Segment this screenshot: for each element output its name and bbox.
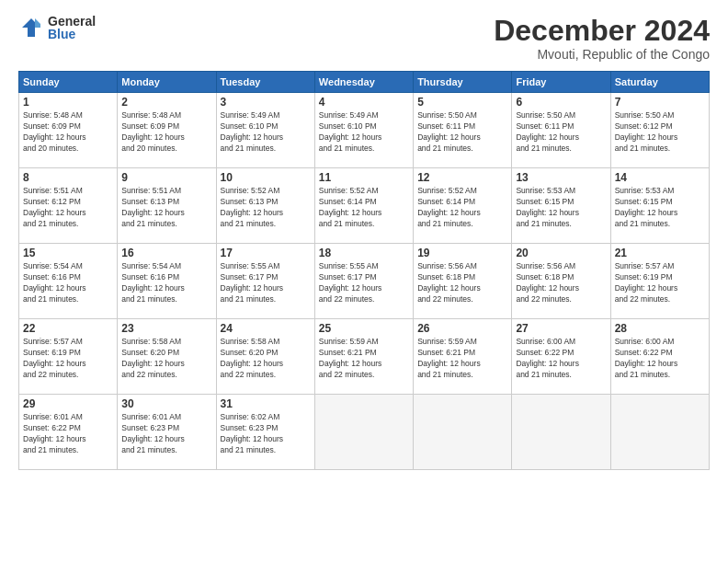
header-row: Sunday Monday Tuesday Wednesday Thursday… [19, 72, 710, 93]
calendar-cell: 31Sunrise: 6:02 AM Sunset: 6:23 PM Dayli… [216, 395, 314, 470]
calendar-cell [314, 395, 413, 470]
calendar-table: Sunday Monday Tuesday Wednesday Thursday… [18, 71, 710, 470]
calendar-cell: 16Sunrise: 5:54 AM Sunset: 6:16 PM Dayli… [118, 244, 216, 319]
header: General Blue December 2024 Mvouti, Repub… [18, 15, 710, 62]
day-info: Sunrise: 5:50 AM Sunset: 6:11 PM Dayligh… [417, 110, 507, 155]
day-number: 1 [23, 96, 113, 109]
col-monday: Monday [118, 72, 216, 93]
calendar-cell: 4Sunrise: 5:49 AM Sunset: 6:10 PM Daylig… [314, 93, 413, 168]
calendar-cell: 17Sunrise: 5:55 AM Sunset: 6:17 PM Dayli… [216, 244, 314, 319]
calendar-cell: 26Sunrise: 5:59 AM Sunset: 6:21 PM Dayli… [414, 319, 512, 395]
day-number: 12 [417, 171, 507, 184]
logo-blue-text: Blue [48, 28, 96, 40]
calendar-cell: 9Sunrise: 5:51 AM Sunset: 6:13 PM Daylig… [118, 168, 216, 244]
day-info: Sunrise: 6:01 AM Sunset: 6:22 PM Dayligh… [23, 412, 113, 456]
calendar-cell: 18Sunrise: 5:55 AM Sunset: 6:17 PM Dayli… [314, 244, 413, 319]
calendar-cell: 5Sunrise: 5:50 AM Sunset: 6:11 PM Daylig… [414, 93, 512, 168]
day-number: 5 [417, 96, 507, 109]
day-number: 18 [319, 247, 409, 259]
day-number: 8 [23, 171, 113, 184]
day-info: Sunrise: 5:57 AM Sunset: 6:19 PM Dayligh… [23, 337, 113, 381]
day-number: 10 [221, 171, 311, 184]
logo-general-text: General [48, 15, 96, 28]
calendar-cell: 12Sunrise: 5:52 AM Sunset: 6:14 PM Dayli… [414, 168, 512, 244]
day-number: 17 [221, 247, 311, 259]
page: General Blue December 2024 Mvouti, Repub… [0, 0, 728, 563]
calendar-cell: 30Sunrise: 6:01 AM Sunset: 6:23 PM Dayli… [118, 395, 216, 470]
calendar-cell: 13Sunrise: 5:53 AM Sunset: 6:15 PM Dayli… [512, 168, 610, 244]
day-number: 25 [319, 322, 409, 335]
day-info: Sunrise: 5:53 AM Sunset: 6:15 PM Dayligh… [615, 186, 705, 230]
calendar-cell [610, 395, 709, 470]
day-number: 27 [516, 322, 606, 335]
day-info: Sunrise: 6:00 AM Sunset: 6:22 PM Dayligh… [516, 337, 606, 381]
day-info: Sunrise: 6:02 AM Sunset: 6:23 PM Dayligh… [221, 412, 311, 456]
day-number: 23 [121, 322, 211, 335]
day-info: Sunrise: 5:50 AM Sunset: 6:11 PM Dayligh… [516, 110, 606, 155]
calendar-cell: 20Sunrise: 5:56 AM Sunset: 6:18 PM Dayli… [512, 244, 610, 319]
day-number: 14 [615, 171, 705, 184]
calendar-cell: 10Sunrise: 5:52 AM Sunset: 6:13 PM Dayli… [216, 168, 314, 244]
calendar-cell: 2Sunrise: 5:48 AM Sunset: 6:09 PM Daylig… [118, 93, 216, 168]
day-number: 3 [221, 96, 311, 109]
col-friday: Friday [512, 72, 610, 93]
calendar-cell: 11Sunrise: 5:52 AM Sunset: 6:14 PM Dayli… [314, 168, 413, 244]
day-info: Sunrise: 5:58 AM Sunset: 6:20 PM Dayligh… [121, 337, 211, 381]
table-row: 1Sunrise: 5:48 AM Sunset: 6:09 PM Daylig… [19, 93, 710, 168]
calendar-cell: 6Sunrise: 5:50 AM Sunset: 6:11 PM Daylig… [512, 93, 610, 168]
day-info: Sunrise: 5:54 AM Sunset: 6:16 PM Dayligh… [121, 261, 211, 305]
calendar-cell: 27Sunrise: 6:00 AM Sunset: 6:22 PM Dayli… [512, 319, 610, 395]
day-info: Sunrise: 5:55 AM Sunset: 6:17 PM Dayligh… [319, 261, 409, 305]
calendar-cell: 23Sunrise: 5:58 AM Sunset: 6:20 PM Dayli… [118, 319, 216, 395]
day-info: Sunrise: 5:52 AM Sunset: 6:14 PM Dayligh… [319, 186, 409, 230]
day-info: Sunrise: 5:54 AM Sunset: 6:16 PM Dayligh… [23, 261, 113, 305]
title-block: December 2024 Mvouti, Republic of the Co… [494, 15, 710, 62]
day-number: 28 [615, 322, 705, 335]
day-info: Sunrise: 5:49 AM Sunset: 6:10 PM Dayligh… [319, 110, 409, 155]
day-info: Sunrise: 5:59 AM Sunset: 6:21 PM Dayligh… [417, 337, 507, 381]
calendar-cell: 15Sunrise: 5:54 AM Sunset: 6:16 PM Dayli… [19, 244, 118, 319]
logo-icon [18, 15, 44, 40]
day-number: 2 [121, 96, 211, 109]
day-info: Sunrise: 5:48 AM Sunset: 6:09 PM Dayligh… [121, 110, 211, 155]
day-info: Sunrise: 5:51 AM Sunset: 6:13 PM Dayligh… [121, 186, 211, 230]
calendar-cell: 1Sunrise: 5:48 AM Sunset: 6:09 PM Daylig… [19, 93, 118, 168]
day-info: Sunrise: 5:49 AM Sunset: 6:10 PM Dayligh… [221, 110, 311, 155]
calendar-cell: 24Sunrise: 5:58 AM Sunset: 6:20 PM Dayli… [216, 319, 314, 395]
calendar-cell [414, 395, 512, 470]
day-info: Sunrise: 5:51 AM Sunset: 6:12 PM Dayligh… [23, 186, 113, 230]
day-info: Sunrise: 5:58 AM Sunset: 6:20 PM Dayligh… [221, 337, 311, 381]
calendar-cell: 7Sunrise: 5:50 AM Sunset: 6:12 PM Daylig… [610, 93, 709, 168]
table-row: 15Sunrise: 5:54 AM Sunset: 6:16 PM Dayli… [19, 244, 710, 319]
day-number: 20 [516, 247, 606, 259]
table-row: 8Sunrise: 5:51 AM Sunset: 6:12 PM Daylig… [19, 168, 710, 244]
day-info: Sunrise: 5:53 AM Sunset: 6:15 PM Dayligh… [516, 186, 606, 230]
calendar-cell [512, 395, 610, 470]
day-number: 7 [615, 96, 705, 109]
calendar-cell: 25Sunrise: 5:59 AM Sunset: 6:21 PM Dayli… [314, 319, 413, 395]
day-info: Sunrise: 5:50 AM Sunset: 6:12 PM Dayligh… [615, 110, 705, 155]
calendar-cell: 29Sunrise: 6:01 AM Sunset: 6:22 PM Dayli… [19, 395, 118, 470]
day-number: 29 [23, 397, 113, 410]
day-number: 19 [417, 247, 507, 259]
day-number: 30 [121, 397, 211, 410]
day-info: Sunrise: 5:52 AM Sunset: 6:13 PM Dayligh… [221, 186, 311, 230]
day-number: 6 [516, 96, 606, 109]
col-saturday: Saturday [610, 72, 709, 93]
day-number: 24 [221, 322, 311, 335]
day-info: Sunrise: 5:48 AM Sunset: 6:09 PM Dayligh… [23, 110, 113, 155]
col-tuesday: Tuesday [216, 72, 314, 93]
day-info: Sunrise: 5:57 AM Sunset: 6:19 PM Dayligh… [615, 261, 705, 305]
day-number: 21 [615, 247, 705, 259]
subtitle: Mvouti, Republic of the Congo [494, 47, 710, 62]
day-number: 31 [221, 397, 311, 410]
day-info: Sunrise: 5:56 AM Sunset: 6:18 PM Dayligh… [417, 261, 507, 305]
svg-marker-1 [35, 18, 40, 28]
day-number: 9 [121, 171, 211, 184]
day-info: Sunrise: 5:55 AM Sunset: 6:17 PM Dayligh… [221, 261, 311, 305]
month-title: December 2024 [494, 15, 710, 47]
calendar-cell: 22Sunrise: 5:57 AM Sunset: 6:19 PM Dayli… [19, 319, 118, 395]
col-wednesday: Wednesday [314, 72, 413, 93]
calendar-cell: 21Sunrise: 5:57 AM Sunset: 6:19 PM Dayli… [610, 244, 709, 319]
day-info: Sunrise: 6:01 AM Sunset: 6:23 PM Dayligh… [121, 412, 211, 456]
